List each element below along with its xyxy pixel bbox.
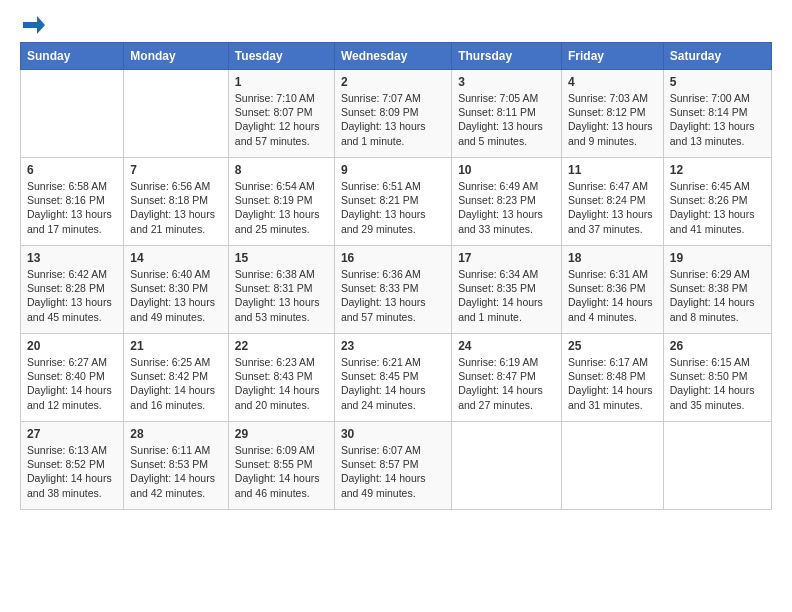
day-info: Sunrise: 6:42 AM Sunset: 8:28 PM Dayligh… xyxy=(27,267,117,324)
header-sunday: Sunday xyxy=(21,43,124,70)
day-info: Sunrise: 6:15 AM Sunset: 8:50 PM Dayligh… xyxy=(670,355,765,412)
day-info: Sunrise: 6:40 AM Sunset: 8:30 PM Dayligh… xyxy=(130,267,222,324)
day-number: 15 xyxy=(235,251,328,265)
calendar-cell: 2Sunrise: 7:07 AM Sunset: 8:09 PM Daylig… xyxy=(334,70,451,158)
day-number: 23 xyxy=(341,339,445,353)
day-number: 16 xyxy=(341,251,445,265)
calendar-cell xyxy=(452,422,562,510)
calendar-cell: 5Sunrise: 7:00 AM Sunset: 8:14 PM Daylig… xyxy=(663,70,771,158)
day-info: Sunrise: 7:05 AM Sunset: 8:11 PM Dayligh… xyxy=(458,91,555,148)
day-number: 28 xyxy=(130,427,222,441)
day-number: 29 xyxy=(235,427,328,441)
day-info: Sunrise: 6:38 AM Sunset: 8:31 PM Dayligh… xyxy=(235,267,328,324)
day-number: 12 xyxy=(670,163,765,177)
day-info: Sunrise: 7:00 AM Sunset: 8:14 PM Dayligh… xyxy=(670,91,765,148)
day-info: Sunrise: 7:10 AM Sunset: 8:07 PM Dayligh… xyxy=(235,91,328,148)
day-info: Sunrise: 7:07 AM Sunset: 8:09 PM Dayligh… xyxy=(341,91,445,148)
calendar-cell: 22Sunrise: 6:23 AM Sunset: 8:43 PM Dayli… xyxy=(228,334,334,422)
calendar-table: SundayMondayTuesdayWednesdayThursdayFrid… xyxy=(20,42,772,510)
calendar-cell: 10Sunrise: 6:49 AM Sunset: 8:23 PM Dayli… xyxy=(452,158,562,246)
day-info: Sunrise: 6:49 AM Sunset: 8:23 PM Dayligh… xyxy=(458,179,555,236)
calendar-week-row: 27Sunrise: 6:13 AM Sunset: 8:52 PM Dayli… xyxy=(21,422,772,510)
day-info: Sunrise: 6:17 AM Sunset: 8:48 PM Dayligh… xyxy=(568,355,657,412)
calendar-cell: 28Sunrise: 6:11 AM Sunset: 8:53 PM Dayli… xyxy=(124,422,229,510)
logo xyxy=(20,16,45,30)
calendar-cell xyxy=(21,70,124,158)
calendar-header-row: SundayMondayTuesdayWednesdayThursdayFrid… xyxy=(21,43,772,70)
day-number: 21 xyxy=(130,339,222,353)
calendar-week-row: 1Sunrise: 7:10 AM Sunset: 8:07 PM Daylig… xyxy=(21,70,772,158)
day-number: 2 xyxy=(341,75,445,89)
calendar-cell: 20Sunrise: 6:27 AM Sunset: 8:40 PM Dayli… xyxy=(21,334,124,422)
calendar-cell: 27Sunrise: 6:13 AM Sunset: 8:52 PM Dayli… xyxy=(21,422,124,510)
day-info: Sunrise: 6:47 AM Sunset: 8:24 PM Dayligh… xyxy=(568,179,657,236)
day-info: Sunrise: 6:23 AM Sunset: 8:43 PM Dayligh… xyxy=(235,355,328,412)
calendar-cell: 9Sunrise: 6:51 AM Sunset: 8:21 PM Daylig… xyxy=(334,158,451,246)
calendar-cell: 29Sunrise: 6:09 AM Sunset: 8:55 PM Dayli… xyxy=(228,422,334,510)
calendar-cell: 30Sunrise: 6:07 AM Sunset: 8:57 PM Dayli… xyxy=(334,422,451,510)
day-number: 13 xyxy=(27,251,117,265)
day-number: 8 xyxy=(235,163,328,177)
day-number: 14 xyxy=(130,251,222,265)
calendar-cell: 3Sunrise: 7:05 AM Sunset: 8:11 PM Daylig… xyxy=(452,70,562,158)
day-number: 22 xyxy=(235,339,328,353)
header-saturday: Saturday xyxy=(663,43,771,70)
header-wednesday: Wednesday xyxy=(334,43,451,70)
day-info: Sunrise: 6:58 AM Sunset: 8:16 PM Dayligh… xyxy=(27,179,117,236)
calendar-cell: 11Sunrise: 6:47 AM Sunset: 8:24 PM Dayli… xyxy=(561,158,663,246)
calendar-cell: 6Sunrise: 6:58 AM Sunset: 8:16 PM Daylig… xyxy=(21,158,124,246)
day-info: Sunrise: 6:21 AM Sunset: 8:45 PM Dayligh… xyxy=(341,355,445,412)
calendar-cell: 14Sunrise: 6:40 AM Sunset: 8:30 PM Dayli… xyxy=(124,246,229,334)
calendar-cell: 1Sunrise: 7:10 AM Sunset: 8:07 PM Daylig… xyxy=(228,70,334,158)
calendar-cell: 26Sunrise: 6:15 AM Sunset: 8:50 PM Dayli… xyxy=(663,334,771,422)
svg-marker-0 xyxy=(23,16,45,34)
day-number: 1 xyxy=(235,75,328,89)
day-info: Sunrise: 7:03 AM Sunset: 8:12 PM Dayligh… xyxy=(568,91,657,148)
day-number: 27 xyxy=(27,427,117,441)
calendar-cell: 8Sunrise: 6:54 AM Sunset: 8:19 PM Daylig… xyxy=(228,158,334,246)
day-info: Sunrise: 6:19 AM Sunset: 8:47 PM Dayligh… xyxy=(458,355,555,412)
day-info: Sunrise: 6:27 AM Sunset: 8:40 PM Dayligh… xyxy=(27,355,117,412)
day-number: 9 xyxy=(341,163,445,177)
day-info: Sunrise: 6:25 AM Sunset: 8:42 PM Dayligh… xyxy=(130,355,222,412)
calendar-cell xyxy=(124,70,229,158)
day-number: 30 xyxy=(341,427,445,441)
day-info: Sunrise: 6:45 AM Sunset: 8:26 PM Dayligh… xyxy=(670,179,765,236)
day-info: Sunrise: 6:56 AM Sunset: 8:18 PM Dayligh… xyxy=(130,179,222,236)
day-number: 20 xyxy=(27,339,117,353)
calendar-cell: 12Sunrise: 6:45 AM Sunset: 8:26 PM Dayli… xyxy=(663,158,771,246)
day-number: 17 xyxy=(458,251,555,265)
day-number: 18 xyxy=(568,251,657,265)
day-info: Sunrise: 6:54 AM Sunset: 8:19 PM Dayligh… xyxy=(235,179,328,236)
day-info: Sunrise: 6:36 AM Sunset: 8:33 PM Dayligh… xyxy=(341,267,445,324)
logo-arrow-icon xyxy=(23,16,45,34)
header-thursday: Thursday xyxy=(452,43,562,70)
calendar-cell xyxy=(561,422,663,510)
calendar-week-row: 20Sunrise: 6:27 AM Sunset: 8:40 PM Dayli… xyxy=(21,334,772,422)
calendar-cell: 21Sunrise: 6:25 AM Sunset: 8:42 PM Dayli… xyxy=(124,334,229,422)
day-info: Sunrise: 6:13 AM Sunset: 8:52 PM Dayligh… xyxy=(27,443,117,500)
day-info: Sunrise: 6:07 AM Sunset: 8:57 PM Dayligh… xyxy=(341,443,445,500)
calendar-cell: 16Sunrise: 6:36 AM Sunset: 8:33 PM Dayli… xyxy=(334,246,451,334)
day-number: 5 xyxy=(670,75,765,89)
calendar-cell: 7Sunrise: 6:56 AM Sunset: 8:18 PM Daylig… xyxy=(124,158,229,246)
header-tuesday: Tuesday xyxy=(228,43,334,70)
day-number: 25 xyxy=(568,339,657,353)
day-info: Sunrise: 6:51 AM Sunset: 8:21 PM Dayligh… xyxy=(341,179,445,236)
calendar-cell: 18Sunrise: 6:31 AM Sunset: 8:36 PM Dayli… xyxy=(561,246,663,334)
calendar-cell: 25Sunrise: 6:17 AM Sunset: 8:48 PM Dayli… xyxy=(561,334,663,422)
calendar-cell: 19Sunrise: 6:29 AM Sunset: 8:38 PM Dayli… xyxy=(663,246,771,334)
calendar-cell: 15Sunrise: 6:38 AM Sunset: 8:31 PM Dayli… xyxy=(228,246,334,334)
day-number: 11 xyxy=(568,163,657,177)
day-number: 7 xyxy=(130,163,222,177)
page-header xyxy=(20,16,772,30)
calendar-cell: 23Sunrise: 6:21 AM Sunset: 8:45 PM Dayli… xyxy=(334,334,451,422)
day-number: 26 xyxy=(670,339,765,353)
day-info: Sunrise: 6:09 AM Sunset: 8:55 PM Dayligh… xyxy=(235,443,328,500)
calendar-week-row: 6Sunrise: 6:58 AM Sunset: 8:16 PM Daylig… xyxy=(21,158,772,246)
calendar-cell: 17Sunrise: 6:34 AM Sunset: 8:35 PM Dayli… xyxy=(452,246,562,334)
day-info: Sunrise: 6:34 AM Sunset: 8:35 PM Dayligh… xyxy=(458,267,555,324)
day-number: 24 xyxy=(458,339,555,353)
day-number: 6 xyxy=(27,163,117,177)
day-number: 10 xyxy=(458,163,555,177)
